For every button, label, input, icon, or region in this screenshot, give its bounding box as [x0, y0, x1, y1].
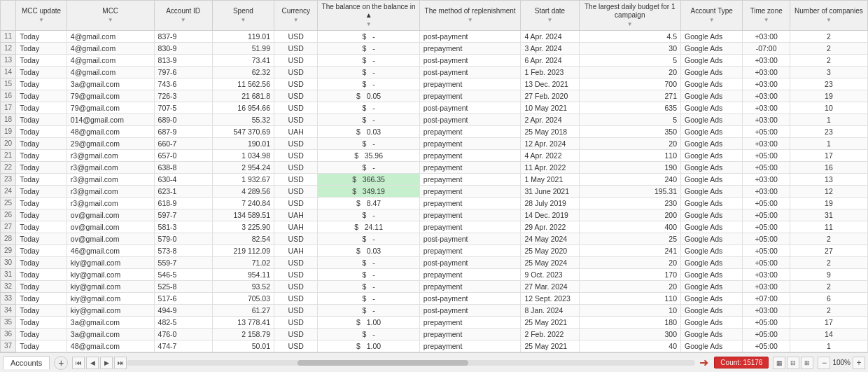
cell-balance[interactable]: $ -	[318, 304, 419, 316]
cell-balance[interactable]: $ -	[318, 102, 419, 113]
cell-mcc[interactable]: 46@gmail.com	[66, 244, 154, 256]
cell-replenishment[interactable]: post-payment	[419, 256, 521, 268]
cell-account-id[interactable]: 597-7	[154, 209, 212, 221]
cell-account-id[interactable]: 726-3	[154, 90, 212, 102]
table-row[interactable]: 29 Today 46@gmail.com 573-8 219 112.09 U…	[1, 244, 868, 256]
cell-replenishment[interactable]: prepayment	[419, 197, 521, 209]
table-row[interactable]: 27 Today ov@gmail.com 581-3 3 225.90 UAH…	[1, 221, 868, 233]
cell-mcc-update[interactable]: Today	[16, 197, 67, 209]
cell-mcc-update[interactable]: Today	[16, 209, 67, 221]
cell-num-companies[interactable]: 27	[790, 244, 867, 256]
cell-time-zone[interactable]: +03:00	[743, 137, 790, 149]
cell-largest-budget[interactable]: 700	[579, 78, 680, 90]
cell-spend[interactable]: 13 778.41	[212, 316, 274, 328]
cell-currency[interactable]: USD	[274, 304, 318, 316]
cell-mcc-update[interactable]: Today	[16, 340, 67, 352]
cell-spend[interactable]: 16 954.66	[212, 102, 274, 113]
cell-start-date[interactable]: 25 May 2021	[521, 316, 579, 328]
cell-num-companies[interactable]: 2	[790, 42, 867, 54]
cell-start-date[interactable]: 9 Oct. 2023	[521, 268, 579, 280]
cell-account-type[interactable]: Google Ads	[681, 304, 743, 316]
cell-currency[interactable]: UAH	[274, 125, 318, 137]
cell-account-id[interactable]: 618-9	[154, 197, 212, 209]
cell-time-zone[interactable]: +05:00	[743, 340, 790, 352]
cell-replenishment[interactable]: prepayment	[419, 328, 521, 340]
cell-mcc-update[interactable]: Today	[16, 78, 67, 90]
col-header-num-companies[interactable]: Number of companies ▼	[790, 1, 867, 31]
cell-time-zone[interactable]: +03:00	[743, 268, 790, 280]
cell-largest-budget[interactable]: 271	[579, 90, 680, 102]
view-page-btn[interactable]: ⊟	[787, 357, 799, 369]
cell-mcc-update[interactable]: Today	[16, 66, 67, 78]
cell-spend[interactable]: 73.41	[212, 54, 274, 66]
cell-account-type[interactable]: Google Ads	[681, 30, 743, 42]
cell-largest-budget[interactable]: 195.31	[579, 185, 680, 197]
cell-currency[interactable]: USD	[274, 173, 318, 185]
cell-largest-budget[interactable]: 110	[579, 292, 680, 304]
cell-account-type[interactable]: Google Ads	[681, 54, 743, 66]
cell-mcc-update[interactable]: Today	[16, 256, 67, 268]
cell-replenishment[interactable]: post-payment	[419, 304, 521, 316]
cell-spend[interactable]: 51.99	[212, 42, 274, 54]
cell-spend[interactable]: 2 954.24	[212, 161, 274, 173]
cell-balance[interactable]: $ -	[318, 161, 419, 173]
cell-largest-budget[interactable]: 300	[579, 328, 680, 340]
cell-currency[interactable]: UAH	[274, 221, 318, 233]
cell-mcc[interactable]: kiy@gmail.com	[66, 268, 154, 280]
cell-time-zone[interactable]: +05:00	[743, 244, 790, 256]
cell-account-type[interactable]: Google Ads	[681, 66, 743, 78]
cell-time-zone[interactable]: +03:00	[743, 102, 790, 113]
cell-account-type[interactable]: Google Ads	[681, 149, 743, 161]
cell-replenishment[interactable]: post-payment	[419, 54, 521, 66]
cell-account-id[interactable]: 581-3	[154, 221, 212, 233]
cell-account-type[interactable]: Google Ads	[681, 280, 743, 292]
cell-currency[interactable]: USD	[274, 316, 318, 328]
cell-balance[interactable]: $ 35.96	[318, 149, 419, 161]
table-row[interactable]: 31 Today kiy@gmail.com 546-5 954.11 USD …	[1, 268, 868, 280]
cell-largest-budget[interactable]: 20	[579, 256, 680, 268]
cell-replenishment[interactable]: prepayment	[419, 78, 521, 90]
cell-balance[interactable]: $ -	[318, 268, 419, 280]
cell-start-date[interactable]: 14 Dec. 2019	[521, 209, 579, 221]
cell-mcc-update[interactable]: Today	[16, 316, 67, 328]
cell-account-type[interactable]: Google Ads	[681, 161, 743, 173]
cell-start-date[interactable]: 31 June 2021	[521, 185, 579, 197]
cell-balance[interactable]: $ -	[318, 209, 419, 221]
col-header-currency[interactable]: Currency ▼	[274, 1, 318, 31]
cell-num-companies[interactable]: 17	[790, 316, 867, 328]
cell-spend[interactable]: 219 112.09	[212, 244, 274, 256]
cell-replenishment[interactable]: prepayment	[419, 90, 521, 102]
cell-mcc[interactable]: 48@gmail.com	[66, 340, 154, 352]
cell-start-date[interactable]: 12 Sept. 2023	[521, 292, 579, 304]
cell-replenishment[interactable]: prepayment	[419, 125, 521, 137]
cell-replenishment[interactable]: prepayment	[419, 161, 521, 173]
cell-mcc[interactable]: ov@gmail.com	[66, 209, 154, 221]
cell-currency[interactable]: USD	[274, 42, 318, 54]
table-row[interactable]: 20 Today 29@gmail.com 660-7 190.01 USD $…	[1, 137, 868, 149]
table-row[interactable]: 34 Today kiy@gmail.com 494-9 61.27 USD $…	[1, 304, 868, 316]
col-header-replenishment[interactable]: The method of replenishment ▼	[419, 1, 521, 31]
cell-account-id[interactable]: 837-9	[154, 30, 212, 42]
cell-time-zone[interactable]: +03:00	[743, 173, 790, 185]
table-row[interactable]: 37 Today 48@gmail.com 474-7 50.01 USD $ …	[1, 340, 868, 352]
add-sheet-button[interactable]: +	[54, 356, 68, 370]
cell-largest-budget[interactable]: 240	[579, 173, 680, 185]
cell-account-id[interactable]: 638-8	[154, 161, 212, 173]
cell-account-id[interactable]: 630-4	[154, 173, 212, 185]
cell-num-companies[interactable]: 17	[790, 149, 867, 161]
cell-num-companies[interactable]: 14	[790, 328, 867, 340]
cell-balance[interactable]: $ -	[318, 113, 419, 125]
cell-balance[interactable]: $ 0.03	[318, 125, 419, 137]
cell-mcc[interactable]: 48@gmail.com	[66, 125, 154, 137]
cell-balance[interactable]: $ -	[318, 54, 419, 66]
cell-num-companies[interactable]: 23	[790, 125, 867, 137]
cell-largest-budget[interactable]: 200	[579, 209, 680, 221]
cell-time-zone[interactable]: +03:00	[743, 113, 790, 125]
cell-largest-budget[interactable]: 5	[579, 113, 680, 125]
cell-currency[interactable]: USD	[274, 54, 318, 66]
cell-num-companies[interactable]: 19	[790, 90, 867, 102]
cell-spend[interactable]: 62.32	[212, 66, 274, 78]
col-header-largest-budget[interactable]: The largest daily budget for 1 campaign …	[579, 1, 680, 31]
table-row[interactable]: 16 Today 79@gmail.com 726-3 21 681.8 USD…	[1, 90, 868, 102]
cell-replenishment[interactable]: post-payment	[419, 292, 521, 304]
